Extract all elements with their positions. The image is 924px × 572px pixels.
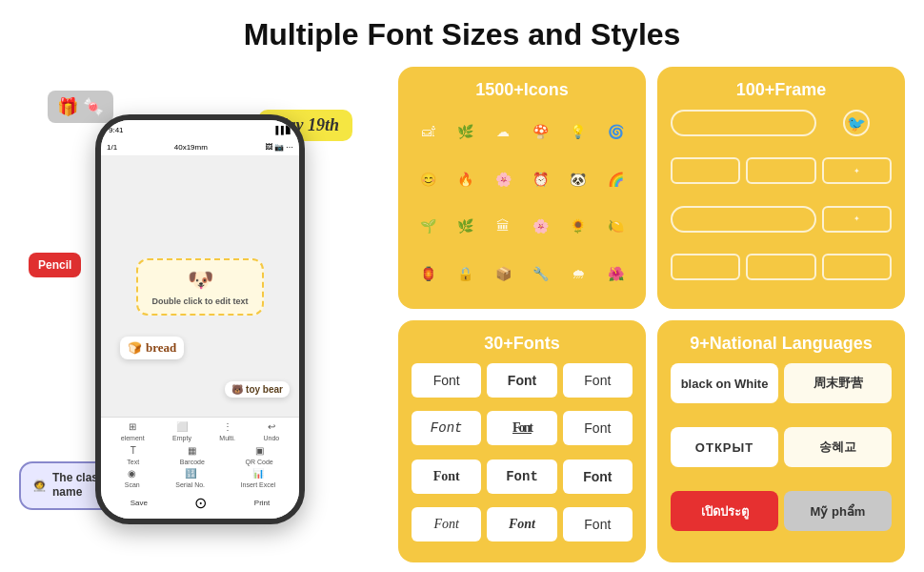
phone-section: 🎁 🍬 May 19th Pencil 🧑‍🚀 The class name 9… bbox=[19, 62, 381, 567]
langs-grid: black on White 周末野营 ОТКРЫТ 송혜교 เปิดประตู… bbox=[671, 363, 892, 549]
icon-item: 🌸 bbox=[524, 205, 557, 249]
icon-item: 🌿 bbox=[449, 205, 482, 249]
frame-item: ✦ bbox=[822, 157, 892, 184]
frame-item bbox=[671, 254, 740, 280]
frame-item bbox=[822, 254, 892, 280]
font-item: Font bbox=[487, 460, 556, 494]
toolbar-empty-icon[interactable]: ⬜Empty bbox=[172, 421, 191, 442]
icon-item: 🌿 bbox=[449, 110, 482, 153]
icon-item: 🍋 bbox=[599, 205, 633, 249]
toolbar-excel-icon[interactable]: 📊Insert Excel bbox=[241, 468, 276, 489]
phone-canvas[interactable]: 🐶 Double click to edit text 🍞 bread 🐻 to… bbox=[101, 156, 299, 417]
font-item: Font bbox=[412, 363, 481, 398]
icon-item: 🍄 bbox=[524, 110, 557, 153]
fonts-grid: Font Font Font Font Font Font Font Font … bbox=[412, 363, 633, 549]
frame-item bbox=[671, 157, 740, 184]
icon-item: ☁ bbox=[487, 110, 520, 153]
frames-title: 100+Frame bbox=[671, 80, 892, 100]
icon-item: 🌸 bbox=[487, 157, 520, 201]
font-item: Font bbox=[412, 460, 481, 494]
icons-grid: 🛋 🌿 ☁ 🍄 💡 🌀 😊 🔥 🌸 ⏰ 🐼 🌈 🌱 🌿 🏛 🌸 🌻 🍋 🏮 bbox=[412, 110, 633, 296]
phone-toolbar: ⊞element ⬜Empty ⋮Multi. ↩Undo TText ▦Bar… bbox=[101, 417, 299, 519]
icon-item: 📦 bbox=[487, 252, 520, 296]
frame-item bbox=[671, 206, 816, 233]
pencil-tag: Pencil bbox=[29, 253, 81, 277]
icons-feature-box: 1500+Icons 🛋 🌿 ☁ 🍄 💡 🌀 😊 🔥 🌸 ⏰ 🐼 🌈 🌱 🌿 🏛… bbox=[398, 67, 646, 309]
features-section: 1500+Icons 🛋 🌿 ☁ 🍄 💡 🌀 😊 🔥 🌸 ⏰ 🐼 🌈 🌱 🌿 🏛… bbox=[398, 62, 905, 567]
icon-item: 🏮 bbox=[412, 252, 445, 296]
toolbar-barcode-icon[interactable]: ▦Barcode bbox=[180, 445, 205, 466]
fonts-title: 30+Fonts bbox=[412, 334, 633, 354]
toolbar-text-icon[interactable]: TText bbox=[127, 445, 139, 466]
font-item: Font bbox=[487, 507, 556, 541]
font-item: Font bbox=[487, 363, 556, 398]
frame-item bbox=[746, 157, 815, 184]
toolbar-multi-icon[interactable]: ⋮Multi. bbox=[219, 421, 235, 442]
icon-item: 🌱 bbox=[412, 205, 445, 249]
frame-item bbox=[746, 254, 815, 280]
lang-item-black-on-white: black on White bbox=[671, 363, 778, 403]
font-item: Font bbox=[563, 363, 633, 398]
icon-item: 🐼 bbox=[561, 157, 594, 201]
frames-grid: 🐦 ✦ ✦ bbox=[671, 110, 892, 296]
print-logo: ⊙ bbox=[194, 494, 207, 512]
lang-item-thai: เปิดประตู bbox=[671, 491, 778, 531]
icon-item: 🔧 bbox=[524, 252, 557, 296]
icon-item: 🌀 bbox=[599, 110, 633, 153]
icon-item: 🌈 bbox=[599, 157, 633, 201]
lang-item-korean: 송혜교 bbox=[784, 427, 892, 467]
frames-feature-box: 100+Frame 🐦 ✦ ✦ bbox=[657, 67, 905, 309]
icon-item: 🌻 bbox=[561, 205, 594, 249]
frame-item bbox=[671, 110, 816, 136]
icon-item: ⏰ bbox=[524, 157, 557, 201]
icon-item: 🌺 bbox=[599, 252, 633, 296]
toolbar-bottom-row: Save ⊙ Print bbox=[107, 491, 293, 515]
toolbar-undo-icon[interactable]: ↩Undo bbox=[264, 421, 280, 442]
lang-item-russian: ОТКРЫТ bbox=[671, 427, 778, 467]
icon-item: 😊 bbox=[412, 157, 445, 201]
font-item: Font bbox=[563, 460, 633, 494]
icons-title: 1500+Icons bbox=[412, 80, 633, 100]
icon-item: 💡 bbox=[561, 110, 594, 153]
langs-title: 9+National Languages bbox=[671, 334, 892, 354]
frame-item: 🐦 bbox=[843, 110, 870, 136]
lang-item-chinese: 周末野营 bbox=[784, 363, 892, 403]
font-item: Font bbox=[412, 411, 481, 445]
icon-item: 🌧 bbox=[561, 252, 594, 296]
langs-feature-box: 9+National Languages black on White 周末野营… bbox=[657, 320, 905, 562]
icon-item: 🛋 bbox=[412, 110, 445, 153]
toolbar-element-icon[interactable]: ⊞element bbox=[121, 421, 145, 442]
phone-frame: 9:41 ▐▐ ▊ 1/1 40x19mm 🖼 📷 ⋯ 🐶 Double cli… bbox=[95, 114, 305, 524]
phone-status-bar: 9:41 ▐▐ ▊ bbox=[101, 120, 299, 139]
icon-item: 🔥 bbox=[449, 157, 482, 201]
bear-sticker: 🐻 toy bear bbox=[225, 381, 290, 398]
toolbar-qr-icon[interactable]: ▣QR Code bbox=[245, 445, 272, 466]
phone-top-bar: 1/1 40x19mm 🖼 📷 ⋯ bbox=[101, 139, 299, 156]
toolbar-scan-icon[interactable]: ◉Scan bbox=[125, 468, 140, 489]
font-item: Font bbox=[487, 411, 556, 445]
font-item: Font bbox=[563, 411, 633, 445]
font-item: Font bbox=[563, 507, 633, 541]
toolbar-serial-icon[interactable]: 🔢Serial No. bbox=[175, 468, 205, 489]
fonts-feature-box: 30+Fonts Font Font Font Font Font Font F… bbox=[398, 320, 646, 562]
bread-sticker: 🍞 bread bbox=[120, 337, 184, 359]
print-button[interactable]: Print bbox=[254, 499, 270, 507]
icon-item: 🔒 bbox=[449, 252, 482, 296]
save-button[interactable]: Save bbox=[131, 499, 148, 507]
page-title: Multiple Font Sizes and Styles bbox=[0, 0, 924, 62]
double-click-sticker: 🐶 Double click to edit text bbox=[136, 258, 263, 316]
icon-item: 🏛 bbox=[487, 205, 520, 249]
gift-float-tag: 🎁 🍬 bbox=[48, 91, 113, 123]
frame-item: ✦ bbox=[822, 206, 892, 233]
lang-item-vietnamese: Mỹ phẩm bbox=[784, 491, 892, 531]
font-item: Font bbox=[412, 507, 481, 541]
